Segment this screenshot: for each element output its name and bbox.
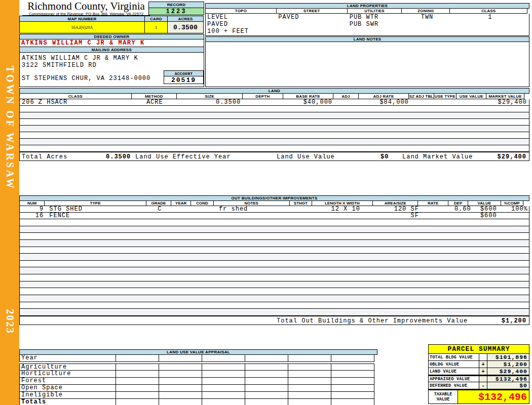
deeded-owner-value: ATKINS WILLIAM C JR & MARY K: [19, 39, 204, 47]
land-adj-value: [335, 99, 361, 105]
acres-value: 0.3500: [167, 21, 204, 33]
mailing-address-label: MAILING ADDRESS: [19, 47, 204, 53]
land-col-use-type: USE TYPE: [434, 93, 457, 99]
land-notes-body: [205, 42, 529, 87]
land-data-row: 206 Z HSACR ACRE 0.3500 $40,000 $84,000 …: [19, 99, 529, 106]
account-number: 20519: [164, 76, 204, 84]
lu-row-ineligible: Ineligible: [19, 391, 116, 399]
land-col-sz-adj-tbl: SZ ADJ TBL: [408, 93, 434, 99]
topo-value-3: 100 + FEET: [206, 28, 277, 35]
side-band: TOWN OF WARSAW 2023: [0, 0, 19, 405]
account-box: ACCOUNT 20519: [164, 70, 204, 84]
col-utilities: UTILITIES: [347, 8, 402, 14]
ob1-rate: [422, 206, 452, 212]
lu-row-forest: Forest: [19, 377, 116, 385]
out-buildings-table: OUT BUILDINGS/OTHER IMPROVEMENTS NUM TYP…: [19, 195, 529, 325]
land-col-depth: DEPTH: [242, 93, 283, 99]
ps-appraised-label: APPRAISED VALUE: [429, 376, 479, 382]
zoning-value-1: TWN: [403, 14, 451, 21]
out-buildings-total-row: Total Out Buildings & Other Improvements…: [19, 316, 529, 325]
land-notes-title: LAND NOTES: [205, 36, 529, 42]
land-base-rate-value: $40,000: [285, 99, 336, 105]
ps-deferred-value: $0: [487, 382, 529, 389]
effective-year-label: Land Use Effective Year: [135, 153, 231, 160]
street-value-1: PAVED: [277, 14, 348, 21]
land-use-value-label: Land Use Value: [277, 153, 335, 160]
tax-year-vertical: 2023: [0, 303, 19, 340]
property-record-card: { "sidebar": { "title": "TOWN OF WARSAW"…: [0, 0, 532, 405]
land-method-value: ACRE: [132, 99, 177, 105]
ps-obldg-op: +: [479, 361, 487, 368]
ps-appraised-op: [479, 376, 487, 382]
lu-row-open-space: Open Space: [19, 384, 116, 392]
owner-block: DEEDED OWNER ATKINS WILLIAM C JR & MARY …: [19, 34, 204, 87]
land-sz-adj-tbl-value: [412, 99, 437, 105]
ps-total-bldg-label: TOTAL BLDG VALUE: [429, 354, 479, 360]
ps-obldg-value: $1,200: [487, 361, 529, 368]
col-topo: TOPO: [205, 8, 277, 14]
ob1-value: $600: [473, 206, 506, 212]
land-notes-section: LAND NOTES: [205, 36, 529, 87]
lu-row-year: Year: [19, 354, 116, 362]
ob1-dep: 0.60: [452, 206, 473, 212]
ob1-area-size: 120 SF: [376, 206, 422, 212]
mailing-address-box: ATKINS WILLIAM C JR & MARY K 3122 SMITHF…: [19, 53, 204, 87]
ob1-grade: C: [147, 206, 172, 212]
address-line-3: ST STEPHENS CHUR, VA 23148-0000: [22, 75, 150, 82]
land-use-type-value: [437, 99, 460, 105]
ob2-num: 16: [20, 213, 45, 219]
ob-col-cond: COND: [191, 200, 213, 206]
land-adj-rate-value: $84,000: [361, 99, 412, 105]
total-acres-value: 0.3500: [106, 153, 131, 160]
ps-taxable-row: TAXABLE VALUE $132,496: [428, 389, 529, 404]
land-col-adj: ADJ: [333, 93, 358, 99]
ob-col-sthgt: STHGT: [289, 200, 312, 206]
land-market-value-label: Land Market Value: [402, 153, 473, 160]
card-value: 1: [144, 21, 168, 33]
total-acres-label: Total Acres: [22, 153, 67, 160]
land-market-value-value: $29,400: [491, 99, 529, 105]
out-building-row-1: 9 STG SHED C fr shed 12 X 10 120 SF 0.60…: [19, 206, 529, 213]
ob-total-value: $1,200: [502, 317, 526, 325]
class-value-1: 1: [451, 14, 529, 21]
ps-land-op: +: [479, 368, 487, 375]
land-properties-section: LAND PROPERTIES TOPO STREET UTILITIES ZO…: [205, 3, 529, 36]
land-empty-rows: [19, 106, 529, 152]
ps-obldg-label: OBLDG VALUE: [429, 361, 479, 368]
land-properties-values: LEVEL PAVED PUB WTR TWN 1 PAVED PUB SWR …: [205, 14, 529, 36]
land-use-value-value: [460, 99, 490, 105]
ob1-pct-comp: 100%: [506, 206, 529, 212]
col-zoning: ZONING: [401, 8, 450, 14]
ob1-num: 9: [20, 206, 45, 212]
ob2-area-size: SF: [376, 213, 422, 219]
ps-taxable-value: $132,496: [458, 390, 529, 403]
deeded-owner-label: DEEDED OWNER: [19, 34, 204, 39]
account-label: ACCOUNT: [164, 70, 204, 76]
ob1-length-width: 12 X 10: [315, 206, 376, 212]
address-line-1: ATKINS WILLIAM C JR & MARY K: [22, 55, 138, 62]
lu-row-horticulture: Horticulture: [19, 370, 116, 378]
ob2-type: FENCE: [45, 213, 147, 219]
address-line-2: 3122 SMITHFIELD RD: [22, 62, 97, 69]
county-title-block: Richmond County, Virginia Commissioner o…: [22, 1, 150, 16]
lu-row-totals: Totals: [19, 398, 116, 405]
utilities-value-2: PUB SWR: [348, 21, 403, 28]
land-size-value: 0.3500: [178, 99, 244, 105]
ps-land-label: LAND VALUE: [429, 368, 479, 375]
town-name-vertical: TOWN OF WARSAW: [0, 65, 19, 191]
col-street: STREET: [276, 8, 348, 14]
land-totals-row: Total Acres 0.3500 Land Use Effective Ye…: [19, 152, 529, 161]
ob1-year: [173, 206, 193, 212]
record-box: RECORD 1223: [148, 2, 204, 15]
land-market-value-total: $29,400: [498, 153, 526, 160]
utilities-value-1: PUB WTR: [348, 14, 403, 21]
land-use-appraisal-table: LAND USE VALUE APPRAISAL Year Agricultur…: [19, 349, 377, 405]
ob1-type: STG SHED: [45, 206, 147, 212]
out-building-row-2: 16 FENCE SF $600: [19, 213, 529, 219]
ps-total-bldg-value: $101,896: [487, 354, 529, 360]
ps-deferred-label: DEFERRED VALUE: [429, 382, 479, 389]
topo-value-1: LEVEL: [206, 14, 277, 21]
map-number-value: 16A2(6)20A: [19, 21, 145, 33]
ps-appraised-value: $132,496: [487, 376, 529, 382]
record-number: 1223: [148, 8, 204, 15]
